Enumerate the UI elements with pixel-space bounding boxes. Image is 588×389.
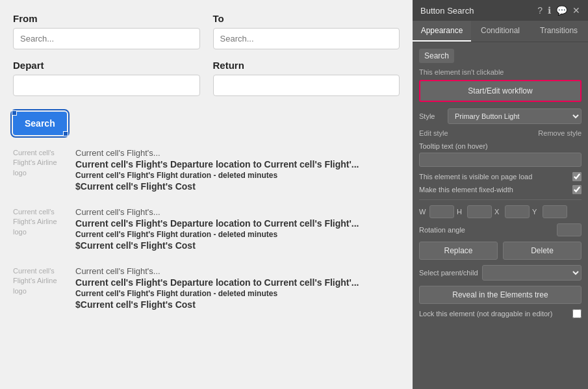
visible-label: This element is visible on page load — [419, 173, 532, 181]
flight-item: Current cell's Flight's Airline logo Cur… — [13, 148, 400, 192]
flight-logo: Current cell's Flight's Airline logo — [13, 148, 65, 178]
x-label: X — [494, 208, 502, 216]
header-icons: ? ℹ 💬 ✕ — [537, 5, 580, 16]
dimensions-row: W 79 H 46 X 104 Y 309 — [419, 205, 582, 218]
fixed-width-label: Make this element fixed-width — [419, 186, 513, 194]
from-label: From — [13, 13, 200, 24]
flight-item: Current cell's Flight's Airline logo Cur… — [13, 266, 400, 310]
tooltip-input[interactable] — [419, 153, 582, 167]
flight-details: Current cell's Flight's... Current cell'… — [75, 207, 400, 251]
flight-name: Current cell's Flight's... — [75, 148, 400, 158]
h-label: H — [457, 208, 465, 216]
flight-duration: Current cell's Flight's Flight duration … — [75, 171, 400, 180]
style-label: Style — [419, 112, 444, 120]
help-icon[interactable]: ? — [537, 5, 543, 16]
tooltip-label: Tooltip text (on hover) — [419, 142, 582, 150]
visible-row: This element is visible on page load — [419, 172, 582, 181]
fixed-width-checkbox[interactable] — [572, 185, 582, 194]
fixed-width-row: Make this element fixed-width — [419, 185, 582, 194]
w-input[interactable]: 79 — [429, 205, 454, 218]
flight-logo: Current cell's Flight's Airline logo — [13, 207, 65, 237]
to-group: To — [213, 13, 400, 49]
action-buttons: Replace Delete — [419, 242, 582, 260]
flight-route: Current cell's Flight's Departure locati… — [75, 159, 400, 169]
w-label: W — [419, 208, 427, 216]
tooltip-section: Tooltip text (on hover) — [419, 142, 582, 172]
delete-button[interactable]: Delete — [503, 242, 582, 260]
y-label: Y — [532, 208, 540, 216]
lock-row: Lock this element (not draggable in edit… — [419, 309, 582, 318]
flight-duration: Current cell's Flight's Flight duration … — [75, 230, 400, 239]
from-group: From — [13, 13, 200, 49]
h-input[interactable]: 46 — [467, 205, 492, 218]
return-input[interactable]: 3/19/2020 — [213, 75, 400, 96]
style-links: Edit style Remove style — [419, 129, 582, 137]
depart-input[interactable]: 3/19/2020 — [13, 75, 200, 96]
return-label: Return — [213, 60, 400, 71]
info-icon[interactable]: ℹ — [548, 5, 551, 16]
tab-conditional[interactable]: Conditional — [471, 21, 530, 42]
flight-route: Current cell's Flight's Departure locati… — [75, 218, 400, 229]
flight-route: Current cell's Flight's Departure locati… — [75, 277, 400, 288]
lock-checkbox[interactable] — [572, 309, 582, 318]
canvas-area: From To Depart 3/19/2020 Return 3/19/202… — [0, 0, 413, 389]
flight-duration: Current cell's Flight's Flight duration … — [75, 289, 400, 298]
parent-child-select[interactable] — [482, 265, 582, 281]
close-icon[interactable]: ✕ — [572, 5, 580, 16]
flight-details: Current cell's Flight's... Current cell'… — [75, 148, 400, 192]
flight-details: Current cell's Flight's... Current cell'… — [75, 266, 400, 310]
depart-label: Depart — [13, 60, 200, 71]
flight-cost: $Current cell's Flight's Cost — [75, 240, 400, 251]
panel-body: Search This element isn't clickable Star… — [413, 42, 588, 389]
flight-name: Current cell's Flight's... — [75, 207, 400, 217]
from-to-row: From To — [13, 13, 400, 49]
tab-appearance[interactable]: Appearance — [413, 21, 471, 42]
visible-checkbox[interactable] — [572, 172, 582, 181]
depart-group: Depart 3/19/2020 — [13, 60, 200, 96]
depart-return-row: Depart 3/19/2020 Return 3/19/2020 — [13, 60, 400, 96]
style-row: Style Primary Button Light — [419, 108, 582, 124]
remove-style-link[interactable]: Remove style — [538, 129, 582, 137]
rotation-label: Rotation angle — [419, 226, 465, 234]
flight-name: Current cell's Flight's... — [75, 266, 400, 276]
parent-child-label: Select parent/child — [419, 269, 478, 277]
edit-style-link[interactable]: Edit style — [419, 129, 448, 137]
search-button[interactable]: Search — [13, 112, 67, 135]
rotation-input[interactable]: 0 — [557, 223, 582, 236]
element-tag: Search — [419, 49, 454, 63]
panel-tabs: Appearance Conditional Transitions — [413, 21, 588, 42]
flight-list: Current cell's Flight's Airline logo Cur… — [13, 148, 400, 310]
y-input[interactable]: 309 — [543, 205, 567, 218]
style-select[interactable]: Primary Button Light — [448, 108, 582, 124]
rotation-row: Rotation angle 0 — [419, 223, 582, 236]
flight-cost: $Current cell's Flight's Cost — [75, 181, 400, 192]
chat-icon[interactable]: 💬 — [556, 5, 567, 16]
to-label: To — [213, 13, 400, 24]
return-group: Return 3/19/2020 — [213, 60, 400, 96]
flight-logo: Current cell's Flight's Airline logo — [13, 266, 65, 296]
to-input[interactable] — [213, 28, 400, 49]
parent-child-row: Select parent/child — [419, 265, 582, 281]
x-input[interactable]: 104 — [505, 205, 530, 218]
replace-button[interactable]: Replace — [419, 242, 498, 260]
panel-title: Button Search — [420, 6, 474, 16]
tab-transitions[interactable]: Transitions — [530, 21, 588, 42]
properties-panel: Button Search ? ℹ 💬 ✕ Appearance Conditi… — [413, 0, 588, 389]
not-clickable-text: This element isn't clickable — [419, 68, 582, 76]
reveal-button[interactable]: Reveal in the Elements tree — [419, 286, 582, 304]
from-input[interactable] — [13, 28, 200, 49]
lock-label: Lock this element (not draggable in edit… — [419, 310, 552, 318]
workflow-button[interactable]: Start/Edit workflow — [419, 80, 582, 102]
flight-cost: $Current cell's Flight's Cost — [75, 299, 400, 310]
panel-header: Button Search ? ℹ 💬 ✕ — [413, 0, 588, 21]
flight-item: Current cell's Flight's Airline logo Cur… — [13, 207, 400, 251]
